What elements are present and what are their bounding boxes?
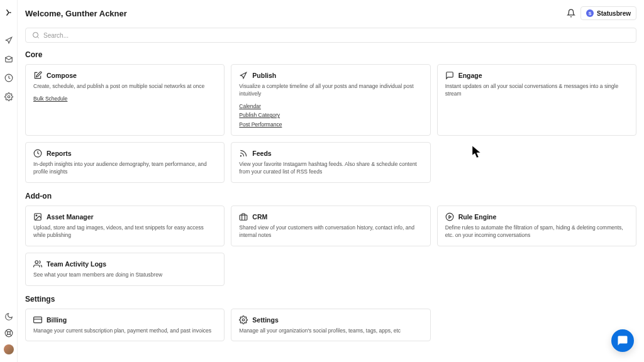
card-feeds[interactable]: Feeds View your favorite Instagarm hasht… (231, 142, 430, 183)
svg-point-11 (35, 260, 38, 263)
card-desc: Manage your current subscription plan, p… (33, 327, 216, 335)
sidebar-compose-icon[interactable] (4, 35, 14, 45)
card-crm[interactable]: CRM Shared view of your customers with c… (231, 206, 430, 246)
card-title: Rule Engine (458, 213, 497, 221)
sidebar-dashboard-icon[interactable] (4, 73, 14, 83)
billing-icon (33, 315, 42, 324)
notifications-icon[interactable] (567, 9, 575, 18)
org-selector[interactable]: S Statusbrew (580, 6, 636, 20)
card-rule-engine[interactable]: Rule Engine Define rules to automate the… (437, 206, 636, 246)
card-team-activity[interactable]: Team Activity Logs See what your team me… (25, 253, 225, 286)
svg-point-6 (241, 156, 242, 156)
card-reports[interactable]: Reports In-depth insights into your audi… (25, 142, 225, 183)
card-desc: Create, schedule, and publish a post on … (33, 83, 216, 90)
svg-rect-9 (240, 215, 247, 220)
section-title-settings: Settings (25, 295, 636, 304)
main-content: Welcome, Gunther Ackner S Statusbrew Cor… (18, 0, 644, 362)
publish-icon (239, 71, 248, 80)
chat-icon (617, 335, 628, 346)
card-title: CRM (252, 213, 267, 221)
org-name: Statusbrew (597, 10, 631, 17)
chat-widget-button[interactable] (611, 329, 634, 352)
svg-point-8 (36, 215, 37, 216)
card-desc: See what your team members are doing in … (33, 272, 216, 279)
search-icon (32, 31, 40, 39)
section-title-addon: Add-on (25, 192, 636, 200)
card-title: Compose (47, 72, 77, 79)
logo-icon[interactable] (4, 8, 14, 18)
card-desc: Manage all your organization's social pr… (239, 327, 422, 335)
card-billing[interactable]: Billing Manage your current subscription… (25, 309, 225, 342)
link-post-performance[interactable]: Post Performance (239, 120, 422, 129)
feeds-icon (239, 149, 248, 158)
header: Welcome, Gunther Ackner S Statusbrew (25, 0, 636, 28)
card-title: Billing (47, 316, 67, 324)
link-bulk-schedule[interactable]: Bulk Schedule (33, 94, 216, 103)
svg-point-3 (33, 33, 38, 38)
card-title: Engage (458, 72, 482, 79)
reports-icon (33, 149, 42, 158)
card-title: Settings (252, 316, 278, 324)
welcome-text: Welcome, Gunther Ackner (25, 9, 127, 18)
card-title: Publish (252, 72, 276, 79)
card-title: Team Activity Logs (47, 260, 106, 268)
svg-point-0 (8, 96, 10, 98)
card-desc: Upload, store and tag images, videos, an… (33, 224, 216, 239)
card-desc: Shared view of your customers with conve… (239, 224, 422, 239)
sidebar-settings-icon[interactable] (4, 92, 14, 102)
card-title: Feeds (252, 150, 271, 157)
card-publish[interactable]: Publish Visualize a complete timeline of… (231, 64, 430, 136)
svg-rect-12 (34, 317, 42, 322)
sidebar-inbox-icon[interactable] (4, 54, 14, 64)
compose-icon (33, 71, 42, 80)
svg-point-14 (243, 319, 245, 321)
sidebar-moon-icon[interactable] (4, 312, 14, 322)
card-compose[interactable]: Compose Create, schedule, and publish a … (25, 64, 225, 136)
org-avatar-icon: S (586, 9, 594, 17)
svg-point-2 (8, 332, 11, 335)
rule-engine-icon (445, 212, 454, 221)
link-calendar[interactable]: Calendar (239, 102, 422, 111)
engage-icon (445, 71, 454, 80)
asset-manager-icon (33, 212, 42, 221)
section-title-core: Core (25, 50, 636, 59)
sidebar-avatar[interactable] (4, 344, 14, 354)
search-input[interactable] (43, 32, 630, 39)
svg-point-10 (446, 213, 453, 221)
settings-icon (239, 315, 248, 324)
card-desc: In-depth insights into your audience dem… (33, 161, 216, 176)
card-desc: Visualize a complete timeline of all you… (239, 83, 422, 98)
card-settings[interactable]: Settings Manage all your organization's … (231, 309, 430, 342)
card-asset-manager[interactable]: Asset Manager Upload, store and tag imag… (25, 206, 225, 246)
team-activity-icon (33, 260, 42, 268)
sidebar-help-icon[interactable] (4, 328, 14, 338)
crm-icon (239, 212, 248, 221)
card-title: Asset Manager (47, 213, 94, 221)
card-desc: Define rules to automate the filtration … (445, 224, 628, 239)
link-publish-category[interactable]: Publish Category (239, 111, 422, 119)
card-desc: Instant updates on all your social conve… (445, 83, 628, 98)
sidebar (0, 0, 18, 362)
card-desc: View your favorite Instagarm hashtag fee… (239, 161, 422, 176)
card-title: Reports (47, 150, 72, 157)
search-bar[interactable] (25, 28, 636, 43)
card-engage[interactable]: Engage Instant updates on all your socia… (437, 64, 636, 136)
svg-line-4 (37, 36, 38, 38)
